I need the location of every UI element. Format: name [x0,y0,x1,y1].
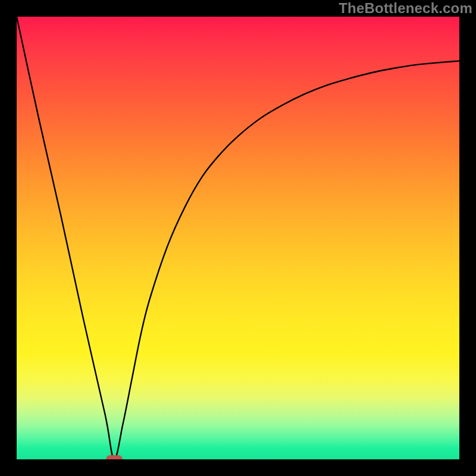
plot-area [17,17,459,459]
bottleneck-curve [17,17,459,459]
chart-frame: TheBottleneck.com [0,0,476,476]
watermark-text: TheBottleneck.com [339,0,472,17]
curve-layer [17,17,459,459]
